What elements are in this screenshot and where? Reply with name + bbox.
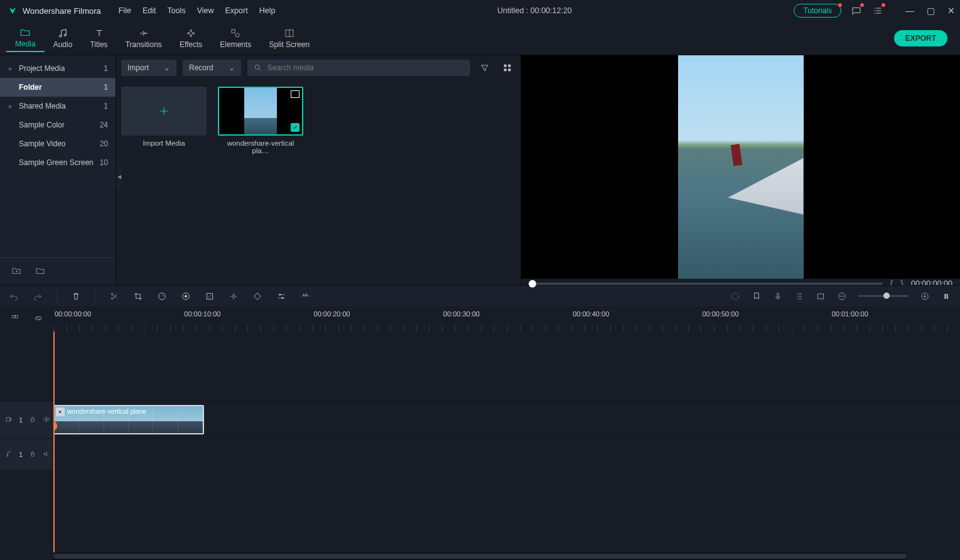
- chevron-right-icon: ▸: [9, 64, 15, 73]
- grid-view-icon[interactable]: [499, 60, 515, 76]
- mixer-icon[interactable]: [794, 291, 804, 301]
- sidebar-collapse-handle[interactable]: ◂: [116, 164, 122, 188]
- window-maximize-icon[interactable]: ▢: [927, 6, 935, 16]
- audio-track-row: 1: [0, 438, 960, 470]
- svg-point-5: [255, 65, 259, 69]
- crop-icon[interactable]: [133, 291, 143, 301]
- tab-audio[interactable]: Audio: [45, 25, 82, 51]
- zoom-out-icon[interactable]: [837, 291, 847, 301]
- music-note-icon: [57, 28, 68, 39]
- zoom-in-icon[interactable]: [920, 291, 930, 301]
- menu-file[interactable]: File: [119, 6, 131, 15]
- undo-icon[interactable]: [9, 291, 19, 301]
- redo-icon[interactable]: [33, 291, 43, 301]
- text-icon: [94, 28, 105, 39]
- menu-edit[interactable]: Edit: [143, 6, 156, 15]
- svg-rect-6: [504, 65, 507, 67]
- tab-effects[interactable]: Effects: [171, 25, 211, 51]
- split-icon[interactable]: [109, 291, 119, 301]
- folder-icon[interactable]: [35, 266, 45, 277]
- titlebar: Wondershare Filmora File Edit Tools View…: [0, 0, 960, 21]
- voiceover-icon[interactable]: [773, 291, 783, 301]
- audio-wave-icon[interactable]: [300, 291, 310, 301]
- preview-canvas[interactable]: [521, 55, 960, 279]
- export-button[interactable]: EXPORT: [894, 30, 947, 46]
- motion-tracking-icon[interactable]: [229, 291, 239, 301]
- green-screen-icon[interactable]: [205, 291, 215, 301]
- menu-export[interactable]: Export: [225, 6, 248, 15]
- svg-point-0: [60, 35, 62, 37]
- tab-elements[interactable]: Elements: [211, 25, 260, 51]
- timeline-ruler[interactable]: 00:00:00:0000:00:10:0000:00:20:0000:00:3…: [53, 306, 960, 331]
- timeline-scrollbar[interactable]: [53, 552, 907, 560]
- sidebar-item-folder[interactable]: Folder1: [0, 78, 116, 97]
- video-track-body[interactable]: wondershare-vertical plane: [53, 401, 960, 438]
- zoom-fit-icon[interactable]: [941, 291, 951, 301]
- menu-view[interactable]: View: [197, 6, 214, 15]
- lock-icon[interactable]: [29, 450, 36, 459]
- clip-play-icon: [56, 407, 65, 416]
- tutorials-button[interactable]: Tutorials: [794, 4, 841, 18]
- keyframe-icon[interactable]: [252, 291, 262, 301]
- record-dropdown[interactable]: Record⌄: [183, 60, 241, 76]
- preview-scrubber[interactable]: [529, 283, 883, 285]
- svg-point-15: [111, 298, 113, 299]
- adjust-icon[interactable]: [276, 291, 286, 301]
- search-input[interactable]: [247, 60, 470, 76]
- svg-rect-25: [817, 294, 823, 299]
- thumbnails-toggle-icon[interactable]: [11, 314, 19, 325]
- sidebar-item-sample-video[interactable]: Sample Video20: [0, 134, 116, 153]
- tab-media[interactable]: Media: [6, 24, 45, 52]
- splitscreen-icon: [284, 28, 295, 39]
- safe-zone-icon[interactable]: [816, 291, 826, 301]
- project-title: Untitled : 00:00:12:20: [275, 6, 794, 15]
- timeline-clip[interactable]: wondershare-vertical plane: [53, 405, 204, 434]
- delete-icon[interactable]: [71, 291, 81, 301]
- window-minimize-icon[interactable]: —: [905, 6, 914, 16]
- link-icon[interactable]: [34, 314, 43, 325]
- folder-icon: [19, 27, 31, 38]
- app-name: Wondershare Filmora: [23, 6, 101, 16]
- speed-icon[interactable]: [157, 291, 167, 301]
- messages-icon[interactable]: [850, 4, 863, 17]
- timeline-toolbar: [0, 285, 960, 306]
- sidebar-item-sample-green-screen[interactable]: Sample Green Screen10: [0, 153, 116, 172]
- shapes-icon: [230, 28, 241, 39]
- eye-icon[interactable]: [43, 416, 50, 424]
- media-clip-card[interactable]: wondershare-vertical pla…: [218, 87, 303, 154]
- media-sidebar: ▸ Project Media1 Folder1 ▸ Shared Media1…: [0, 55, 116, 285]
- tasks-icon[interactable]: [871, 4, 884, 17]
- tab-transitions[interactable]: Transitions: [117, 25, 171, 51]
- add-folder-icon[interactable]: [11, 266, 21, 277]
- timeline: 00:00:00:0000:00:10:0000:00:20:0000:00:3…: [0, 306, 960, 560]
- audio-track-body[interactable]: [53, 439, 960, 470]
- preview-panel: { } 00:00:00:00 Full⌄: [520, 55, 960, 285]
- svg-rect-24: [777, 293, 779, 297]
- color-icon[interactable]: [181, 291, 191, 301]
- svg-point-22: [282, 297, 284, 299]
- zoom-slider[interactable]: [858, 295, 909, 297]
- svg-rect-30: [13, 315, 15, 318]
- svg-point-34: [46, 419, 47, 420]
- chevron-down-icon: ⌄: [229, 63, 235, 72]
- svg-point-20: [232, 295, 235, 298]
- tab-split-screen[interactable]: Split Screen: [260, 25, 318, 51]
- menu-tools[interactable]: Tools: [167, 6, 185, 15]
- import-dropdown[interactable]: Import⌄: [121, 60, 176, 76]
- tab-titles[interactable]: Titles: [81, 25, 116, 51]
- svg-point-1: [64, 34, 66, 36]
- menu-help[interactable]: Help: [259, 6, 276, 15]
- sidebar-item-project-media[interactable]: ▸ Project Media1: [0, 59, 116, 78]
- svg-rect-8: [504, 68, 507, 71]
- marker-icon[interactable]: [752, 291, 762, 301]
- filter-icon[interactable]: [477, 60, 493, 76]
- sidebar-item-sample-color[interactable]: Sample Color24: [0, 116, 116, 134]
- import-media-card[interactable]: Import Media: [121, 87, 207, 147]
- svg-rect-2: [232, 30, 235, 33]
- window-close-icon[interactable]: ✕: [947, 6, 955, 16]
- lock-icon[interactable]: [29, 416, 36, 424]
- mute-icon[interactable]: [43, 450, 50, 459]
- svg-point-14: [111, 293, 113, 295]
- render-icon[interactable]: [730, 291, 740, 301]
- sidebar-item-shared-media[interactable]: ▸ Shared Media1: [0, 97, 116, 116]
